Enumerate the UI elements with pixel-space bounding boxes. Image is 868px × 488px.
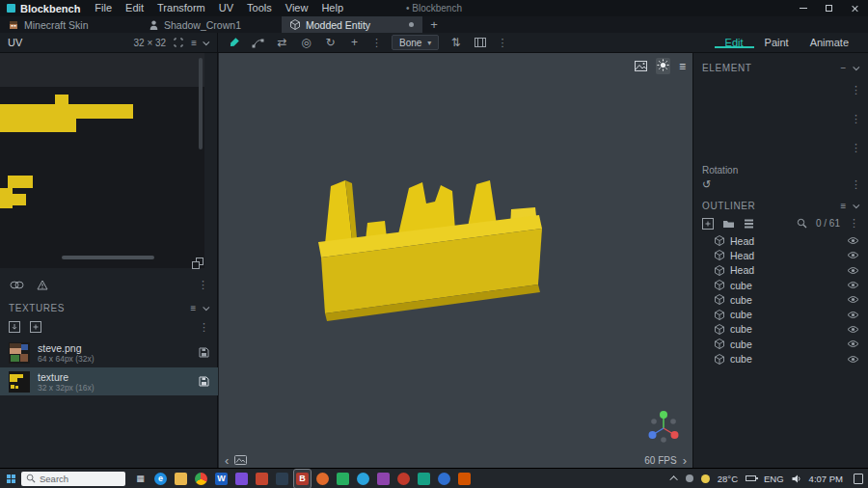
taskbar-app-13[interactable] [375,470,392,488]
lighting-toggle-button[interactable] [656,58,670,74]
taskbar-app-10[interactable] [314,470,331,488]
scroll-left-button[interactable]: ‹ [225,453,229,468]
add-cube-icon[interactable] [702,218,714,230]
close-button[interactable] [842,0,868,16]
panel-tool[interactable] [473,35,487,50]
mode-tab-paint[interactable]: Paint [754,37,800,48]
minimize-button[interactable] [790,0,816,16]
mode-tab-animate[interactable]: Animate [800,37,859,48]
notification-center-icon[interactable] [854,474,863,484]
battery-icon[interactable] [746,475,756,481]
add-group-icon[interactable] [722,219,735,229]
axis-gizmo[interactable] [644,408,683,447]
menu-view[interactable]: View [279,0,315,16]
visibility-eye-icon[interactable] [847,311,859,319]
start-button[interactable] [0,469,21,488]
viewport-menu-icon[interactable]: ≡ [679,60,686,73]
visibility-eye-icon[interactable] [847,266,859,275]
outliner-item-cube[interactable]: cube [693,278,868,292]
rotate-ccw-icon[interactable]: ↺ [702,178,711,191]
taskbar-app-1[interactable]: ▦ [132,470,149,488]
taskbar-app-15[interactable] [416,470,432,488]
uv-copy-button[interactable] [192,258,203,269]
rotate-tool[interactable]: ↻ [323,35,338,50]
pivot-tool[interactable]: ◎ [299,35,313,50]
uv-horizontal-scrollbar[interactable] [62,256,154,259]
preview-menu-button[interactable] [234,455,247,465]
row-menu-dots[interactable]: ⋮ [851,143,861,153]
uv-footer-dots[interactable]: ⋮ [198,280,208,290]
tab-minecraft-skin[interactable]: Minecraft Skin [0,16,141,33]
taskbar-app-17[interactable] [456,470,473,488]
warning-triangle-icon[interactable] [37,280,48,290]
element-minus-icon[interactable]: − [841,63,847,73]
move-tool[interactable]: + [347,35,362,50]
outliner-item-head[interactable]: Head [693,233,868,248]
toolbar-more-dots[interactable]: ⋮ [497,38,507,48]
import-texture-icon[interactable] [9,321,20,333]
background-image-icon[interactable] [635,61,647,71]
uv-collapse-chevron-icon[interactable] [203,39,209,45]
clock-label[interactable]: 4:07 PM [809,474,843,484]
menu-help[interactable]: Help [314,0,350,16]
tab-shadow-crown1[interactable]: Shadow_Crown1 [141,16,282,33]
element-collapse-chevron-icon[interactable] [853,64,859,70]
link-icon[interactable] [10,281,24,289]
taskbar-app-2[interactable]: e [152,470,169,488]
row-menu-dots[interactable]: ⋮ [851,85,861,95]
taskbar-app-5[interactable]: W [213,470,230,488]
menu-tools[interactable]: Tools [240,0,279,16]
taskbar-app-16[interactable] [436,470,452,488]
visibility-eye-icon[interactable] [847,355,859,364]
textures-menu-icon[interactable]: ≡ [191,303,197,313]
element-panel-header[interactable]: ELEMENT − [693,60,868,75]
scroll-right-button[interactable]: › [683,453,687,468]
uv-editor-canvas[interactable] [0,53,204,268]
menu-transform[interactable]: Transform [150,0,212,16]
texture-item-texture[interactable]: texture 32 x 32px (16x) [0,367,218,395]
taskbar-app-7[interactable] [254,470,270,488]
texture-item-steve[interactable]: steve.png 64 x 64px (32x) [0,339,218,366]
menu-file[interactable]: File [88,0,119,16]
outliner-item-cube[interactable]: cube [693,307,868,321]
paint-brush-tool[interactable] [227,35,241,50]
menu-uv[interactable]: UV [212,0,240,16]
visibility-eye-icon[interactable] [847,295,859,304]
volume-icon[interactable] [792,474,801,483]
outliner-dots[interactable]: ⋮ [849,218,859,229]
outliner-item-cube[interactable]: cube [693,292,868,307]
mode-tab-edit[interactable]: Edit [715,37,754,48]
outliner-view-icon[interactable] [744,219,754,229]
uv-frame-icon[interactable] [174,38,183,47]
tray-expand-caret-icon[interactable] [669,475,677,483]
create-texture-icon[interactable] [30,321,41,333]
vector-tool[interactable] [251,35,265,50]
visibility-eye-icon[interactable] [847,281,859,289]
tab-unsaved-dot[interactable] [409,22,414,27]
outliner-collapse-chevron-icon[interactable] [853,202,859,208]
toolbar-overflow-dots[interactable]: ⋮ [371,38,382,48]
outliner-item-cube[interactable]: cube [693,337,868,351]
taskbar-app-3[interactable] [173,470,189,488]
taskbar-search[interactable] [21,472,125,486]
viewport-3d[interactable]: ≡ ‹ 60 FPS [219,53,692,468]
textures-collapse-chevron-icon[interactable] [203,304,209,311]
textures-panel-header[interactable]: TEXTURES ≡ [0,300,218,315]
taskbar-app-12[interactable] [355,470,371,488]
flip-tool[interactable]: ⇅ [448,35,463,50]
outliner-item-head[interactable]: Head [693,263,868,278]
outliner-menu-icon[interactable]: ≡ [841,201,847,211]
row-menu-dots[interactable]: ⋮ [851,114,861,124]
visibility-eye-icon[interactable] [847,236,859,245]
maximize-button[interactable] [816,0,842,16]
outliner-item-head[interactable]: Head [693,248,868,262]
outliner-panel-header[interactable]: OUTLINER ≡ [693,198,868,213]
taskbar-app-8[interactable] [274,470,290,488]
outliner-item-cube[interactable]: cube [693,351,868,366]
visibility-eye-icon[interactable] [847,251,859,259]
textures-toolbar-dots[interactable]: ⋮ [199,322,209,333]
bone-dropdown[interactable]: Bone ▾ [392,35,439,50]
tray-app-icon[interactable] [686,474,693,482]
visibility-eye-icon[interactable] [847,339,859,348]
temperature-label[interactable]: 28°C [718,474,738,484]
